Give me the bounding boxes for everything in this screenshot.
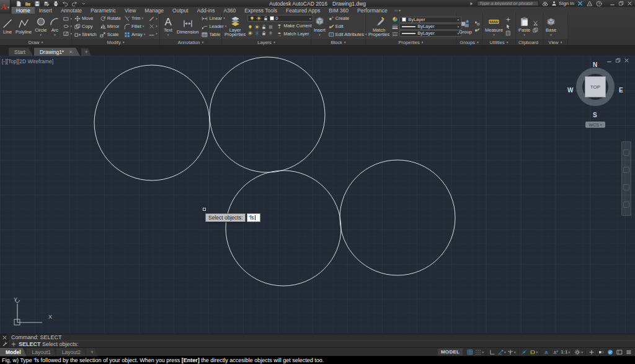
annotation-scale-button[interactable]: 1:1▾	[561, 348, 570, 356]
explode-button[interactable]: ▾	[148, 24, 159, 30]
base-button[interactable]: Base	[544, 14, 557, 38]
insert-button[interactable]: Insert	[313, 14, 327, 38]
ribbon-minimize-button[interactable]: ▭ ▾	[394, 7, 401, 14]
draw-panel-label[interactable]: Draw	[0, 39, 71, 45]
properties-panel-label[interactable]: Properties	[366, 39, 456, 45]
ortho-toggle[interactable]	[488, 348, 496, 356]
utilities-panel-label[interactable]: Utilities	[482, 39, 515, 45]
modify-panel-label[interactable]: Modify	[72, 39, 159, 45]
ribbon-tab-view[interactable]: View	[120, 7, 140, 14]
mirror-button[interactable]: Mirror	[99, 23, 122, 30]
ribbon-tab-featured-apps[interactable]: Featured Apps	[282, 7, 324, 14]
viewport-minimize-button[interactable]	[606, 58, 613, 63]
orbit-tool-icon[interactable]	[623, 184, 629, 190]
match-properties-button[interactable]: Match Properties	[367, 14, 391, 38]
view-panel-label[interactable]: View	[543, 39, 567, 45]
off-layer-icon[interactable]	[268, 30, 273, 36]
compass-north[interactable]: N	[593, 61, 597, 68]
isolate-layer-icon[interactable]	[247, 30, 253, 36]
groups-panel-label[interactable]: Groups	[456, 39, 482, 45]
application-menu-button[interactable]: A▾	[0, 0, 11, 14]
layer-select-dropdown[interactable]: 0 ▾	[247, 15, 313, 22]
layers-panel-label[interactable]: Layers	[222, 39, 311, 45]
rotate-button[interactable]: Rotate	[99, 15, 122, 22]
workspace-switching-button[interactable]: ▾	[574, 348, 583, 356]
ribbon-tab-a360[interactable]: A360	[219, 7, 240, 14]
annotation-panel-label[interactable]: Annotation	[160, 39, 221, 45]
lineweight-icon[interactable]	[392, 24, 398, 30]
dynamic-input-field[interactable]: 'fs	[247, 213, 260, 222]
minimize-button[interactable]	[608, 1, 616, 6]
scale-button[interactable]: Scale	[99, 31, 122, 38]
circle-entity[interactable]	[226, 171, 341, 286]
paste-button[interactable]: Paste	[517, 14, 531, 38]
command-close-icon[interactable]	[2, 335, 7, 340]
viewport-controls[interactable]: [-][Top][2D Wireframe]	[2, 58, 53, 64]
group-edit-icon[interactable]	[474, 27, 480, 33]
save-as-button[interactable]	[43, 1, 50, 7]
object-snap-tracking-toggle[interactable]	[520, 348, 528, 356]
layout-tab-model[interactable]: Model	[0, 348, 27, 357]
object-color-dropdown[interactable]: ByLayer ▾	[399, 17, 461, 23]
edit-button[interactable]: Edit	[327, 23, 368, 30]
new-file-button[interactable]	[15, 1, 22, 7]
close-button[interactable]	[626, 1, 634, 6]
start-tab[interactable]: Start	[9, 48, 33, 56]
annotation-visibility-toggle[interactable]: A	[542, 348, 550, 356]
autoscale-toggle[interactable]: A	[551, 348, 559, 356]
ribbon-tab-express-tools[interactable]: Express Tools	[240, 7, 282, 14]
undo-button[interactable]	[61, 1, 69, 7]
viewport-close-button[interactable]	[623, 58, 630, 63]
compass-south[interactable]: S	[593, 112, 597, 118]
stretch-button[interactable]: Stretch	[73, 31, 98, 38]
customization-menu-button[interactable]	[624, 348, 633, 356]
caret-down-button[interactable]	[80, 1, 87, 7]
snap-mode-toggle[interactable]: ▾	[475, 348, 484, 356]
viewport-restore-button[interactable]	[615, 58, 621, 63]
annotation-monitor-button[interactable]	[587, 348, 595, 356]
drawing1-tab[interactable]: Drawing1* ✕	[34, 48, 80, 56]
id-point-icon[interactable]	[505, 17, 511, 22]
polar-tracking-toggle[interactable]: ▾	[497, 348, 506, 356]
ungroup-icon[interactable]	[474, 20, 480, 26]
clean-screen-button[interactable]	[615, 348, 623, 356]
ribbon-tab-bim-360[interactable]: BIM 360	[324, 7, 353, 14]
circle-entity[interactable]	[210, 57, 325, 172]
create-button[interactable]: Create	[327, 15, 368, 22]
ribbon-tab-parametric[interactable]: Parametric	[86, 7, 120, 14]
model-space-badge[interactable]: MODEL	[438, 348, 463, 355]
quick-select-icon[interactable]	[505, 24, 511, 29]
copy-button[interactable]: Copy	[73, 23, 98, 30]
command-prompt-line[interactable]: SELECT Select objects:	[9, 341, 635, 347]
sign-in-button[interactable]: Sign In	[551, 1, 574, 6]
search-input[interactable]: Type a keyword or phrase	[477, 1, 539, 6]
help-icon[interactable]: ?	[595, 1, 602, 6]
freeze-icon[interactable]	[254, 30, 260, 36]
bulb-icon[interactable]	[247, 24, 253, 30]
calculator-icon[interactable]	[505, 30, 511, 36]
arc-button[interactable]: Arc	[48, 14, 61, 38]
a360-icon[interactable]	[586, 1, 593, 6]
isometric-drafting-toggle[interactable]: ▾	[507, 348, 516, 356]
restore-button[interactable]	[617, 1, 625, 6]
drawing-canvas[interactable]: [-][Top][2D Wireframe] Select objects: '…	[0, 56, 635, 334]
lock-layer-icon[interactable]	[261, 30, 267, 36]
binoculars-icon[interactable]	[541, 1, 548, 6]
clipboard-panel-label[interactable]: Clipboard	[516, 39, 543, 45]
text-button[interactable]: AText	[161, 14, 175, 38]
ribbon-tab-home[interactable]: Home	[12, 7, 35, 14]
lineweight-dropdown[interactable]: ByLayer ▾	[399, 24, 461, 30]
ribbon-tab-annotate[interactable]: Annotate	[56, 7, 86, 14]
hardware-acceleration-toggle[interactable]	[606, 348, 614, 356]
wcs-menu[interactable]: WCS	[585, 122, 605, 128]
grid-display-toggle[interactable]	[466, 348, 474, 356]
linetype-icon[interactable]	[392, 31, 398, 37]
circle-entity[interactable]	[340, 160, 455, 275]
layout-tab-layout1[interactable]: Layout1	[27, 348, 56, 357]
view-cube-top-face[interactable]: TOP	[585, 76, 606, 97]
redo-button[interactable]	[71, 1, 78, 7]
compass-east[interactable]: E	[619, 87, 623, 94]
ribbon-tab-manage[interactable]: Manage	[140, 7, 168, 14]
pan-tool-icon[interactable]	[623, 149, 629, 156]
ribbon-tab-performance[interactable]: Performance	[353, 7, 392, 14]
